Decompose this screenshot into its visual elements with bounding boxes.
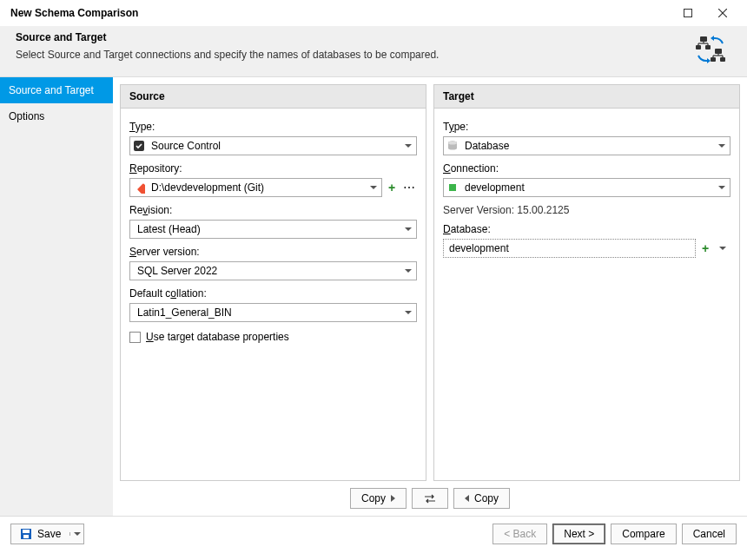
source-server-label: Server version: bbox=[129, 246, 417, 258]
compare-schema-icon bbox=[690, 31, 731, 68]
save-button[interactable]: Save bbox=[10, 524, 84, 544]
footer: Save < Back Next > Compare Cancel bbox=[0, 516, 747, 551]
save-dropdown-button[interactable] bbox=[69, 532, 83, 536]
wizard-header: Source and Target Select Source and Targ… bbox=[0, 26, 747, 77]
header-description: Select Source and Target connections and… bbox=[16, 49, 690, 61]
save-icon bbox=[20, 528, 32, 540]
chevron-down-icon bbox=[400, 227, 416, 231]
svg-rect-4 bbox=[696, 45, 701, 49]
target-database-input[interactable]: development bbox=[443, 239, 696, 258]
close-button[interactable] bbox=[705, 1, 740, 25]
source-type-label: Type: bbox=[129, 121, 417, 133]
copy-bar: Copy Copy bbox=[120, 488, 740, 509]
add-repository-button[interactable]: + bbox=[384, 178, 400, 197]
target-panel-title: Target bbox=[434, 85, 739, 109]
target-connection-combo[interactable]: development bbox=[443, 178, 730, 197]
chevron-down-icon bbox=[400, 144, 416, 148]
source-revision-label: Revision: bbox=[129, 204, 417, 216]
header-title: Source and Target bbox=[16, 31, 690, 43]
source-control-icon bbox=[130, 140, 148, 152]
svg-rect-3 bbox=[700, 36, 707, 42]
target-type-label: Type: bbox=[443, 121, 730, 133]
source-revision-combo[interactable]: Latest (Head) bbox=[129, 220, 417, 239]
source-repository-label: Repository: bbox=[129, 162, 417, 175]
arrow-left-icon bbox=[465, 495, 469, 502]
source-repository-combo[interactable]: D:\devdevelopment (Git) bbox=[129, 178, 382, 197]
source-panel-title: Source bbox=[121, 85, 426, 109]
sidebar-item-source-target[interactable]: Source and Target bbox=[0, 77, 113, 103]
target-server-version: Server Version: 15.00.2125 bbox=[443, 204, 730, 216]
repository-more-button[interactable]: ⋯ bbox=[401, 178, 417, 197]
database-icon bbox=[444, 140, 461, 152]
svg-rect-11 bbox=[711, 57, 716, 62]
copy-to-source-button[interactable]: Copy bbox=[453, 488, 510, 509]
back-button: < Back bbox=[492, 524, 547, 544]
use-target-checkbox[interactable] bbox=[129, 332, 141, 343]
target-panel: Target Type: Database Connection: develo… bbox=[433, 84, 740, 481]
svg-marker-18 bbox=[707, 58, 711, 63]
titlebar: New Schema Comparison bbox=[0, 0, 747, 26]
svg-rect-10 bbox=[715, 49, 722, 54]
source-collation-combo[interactable]: Latin1_General_BIN bbox=[129, 303, 417, 322]
target-connection-label: Connection: bbox=[443, 162, 730, 175]
arrow-right-icon bbox=[391, 495, 395, 502]
chevron-down-icon bbox=[366, 186, 381, 189]
target-type-combo[interactable]: Database bbox=[443, 136, 730, 155]
svg-rect-20 bbox=[137, 183, 145, 194]
svg-rect-25 bbox=[23, 530, 30, 533]
database-dropdown-button[interactable] bbox=[715, 239, 730, 258]
svg-rect-12 bbox=[720, 57, 725, 62]
wizard-sidebar: Source and Target Options bbox=[0, 77, 113, 516]
git-icon bbox=[130, 181, 148, 194]
svg-rect-26 bbox=[23, 535, 29, 538]
compare-button[interactable]: Compare bbox=[611, 524, 676, 544]
window-title: New Schema Comparison bbox=[7, 7, 671, 19]
chevron-down-icon bbox=[400, 311, 416, 314]
copy-to-target-button[interactable]: Copy bbox=[350, 488, 407, 509]
chevron-down-icon bbox=[400, 269, 416, 273]
source-collation-label: Default collation: bbox=[129, 287, 417, 300]
svg-marker-17 bbox=[711, 36, 714, 41]
next-button[interactable]: Next > bbox=[552, 524, 605, 544]
add-database-button[interactable]: + bbox=[697, 239, 713, 258]
svg-rect-23 bbox=[449, 184, 456, 191]
chevron-down-icon bbox=[714, 144, 730, 148]
connection-status-icon bbox=[444, 182, 461, 193]
swap-button[interactable] bbox=[412, 488, 448, 509]
svg-rect-5 bbox=[705, 45, 711, 49]
source-type-combo[interactable]: Source Control bbox=[129, 136, 417, 155]
sidebar-item-options[interactable]: Options bbox=[0, 103, 113, 129]
svg-point-22 bbox=[448, 142, 457, 145]
cancel-button[interactable]: Cancel bbox=[682, 524, 737, 544]
svg-rect-0 bbox=[684, 10, 692, 17]
maximize-button[interactable] bbox=[671, 1, 705, 25]
source-panel: Source Type: Source Control Repository: … bbox=[120, 84, 426, 481]
chevron-down-icon bbox=[714, 186, 730, 189]
target-database-label: Database: bbox=[443, 223, 730, 235]
source-server-combo[interactable]: SQL Server 2022 bbox=[129, 261, 417, 280]
use-target-label: Use target database properties bbox=[146, 331, 289, 343]
swap-icon bbox=[423, 493, 437, 504]
